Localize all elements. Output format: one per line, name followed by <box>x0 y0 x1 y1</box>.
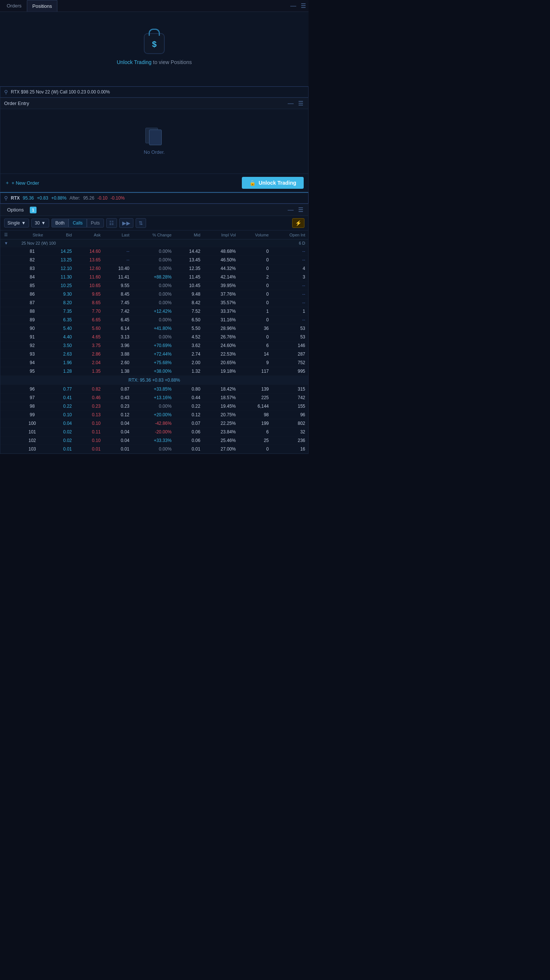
table-row[interactable]: 96 0.77 0.82 0.87 +33.85% 0.80 18.42% 13… <box>0 385 308 394</box>
sort-icon-btn[interactable]: ⇅ <box>136 218 146 228</box>
ask-cell[interactable]: 0.46 <box>75 394 104 402</box>
ask-cell[interactable]: 5.60 <box>75 324 104 333</box>
ask-cell[interactable]: 0.23 <box>75 402 104 411</box>
toggle-both[interactable]: Both <box>51 219 69 228</box>
ask-cell[interactable]: 3.75 <box>75 341 104 350</box>
ask-cell[interactable]: 7.70 <box>75 307 104 316</box>
table-row[interactable]: 98 0.22 0.23 0.23 0.00% 0.22 19.45% 6,14… <box>0 402 308 411</box>
bid-cell[interactable]: 1.96 <box>46 359 75 367</box>
ask-cell[interactable]: 0.01 <box>75 445 104 453</box>
ask-cell[interactable]: 12.60 <box>75 264 104 273</box>
bid-cell[interactable]: 1.28 <box>46 367 75 376</box>
new-order-button[interactable]: ＋ + New Order <box>5 180 39 186</box>
options-minimize[interactable]: — <box>287 207 295 213</box>
table-row[interactable]: 103 0.01 0.01 0.01 0.00% 0.01 27.00% 0 1… <box>0 445 308 453</box>
table-row[interactable]: 83 12.10 12.60 10.40 0.00% 12.35 44.32% … <box>0 264 308 273</box>
order-entry-menu[interactable]: ☰ <box>297 100 304 107</box>
table-row[interactable]: 88 7.35 7.70 7.42 +12.42% 7.52 33.37% 1 … <box>0 307 308 316</box>
order-entry-minimize[interactable]: — <box>287 100 295 107</box>
table-row[interactable]: 101 0.02 0.11 0.04 -20.00% 0.06 23.84% 6… <box>0 428 308 436</box>
bid-cell[interactable]: 0.22 <box>46 402 75 411</box>
ask-cell[interactable]: 0.11 <box>75 428 104 436</box>
table-row[interactable]: 87 8.20 8.65 7.45 0.00% 8.42 35.57% 0 -- <box>0 299 308 307</box>
ask-cell[interactable]: 0.10 <box>75 419 104 428</box>
table-row[interactable]: 102 0.02 0.10 0.04 +33.33% 0.06 25.46% 2… <box>0 436 308 445</box>
table-row[interactable]: 95 1.28 1.35 1.38 +38.00% 1.32 19.18% 11… <box>0 367 308 376</box>
pct-change-cell: 0.00% <box>132 402 174 411</box>
table-row[interactable]: 99 0.10 0.13 0.12 +20.00% 0.12 20.75% 98… <box>0 411 308 419</box>
ask-cell[interactable]: 2.86 <box>75 350 104 359</box>
table-row[interactable]: 94 1.96 2.04 2.60 +75.68% 2.00 20.65% 9 … <box>0 359 308 367</box>
bid-cell[interactable]: 14.25 <box>46 247 75 256</box>
volume-cell: 225 <box>239 394 272 402</box>
last-cell: 0.04 <box>104 419 132 428</box>
minimize-button[interactable]: — <box>289 3 297 9</box>
ask-cell[interactable]: 13.65 <box>75 256 104 264</box>
volume-cell: 0 <box>239 264 272 273</box>
ask-cell[interactable]: 9.65 <box>75 290 104 299</box>
unlock-trading-button[interactable]: 🔒 Unlock Trading <box>242 177 304 189</box>
table-row[interactable]: 91 4.40 4.65 3.13 0.00% 4.52 26.76% 0 53 <box>0 333 308 341</box>
ask-cell[interactable]: 6.65 <box>75 316 104 324</box>
single-dropdown[interactable]: Single ▼ <box>4 219 29 228</box>
table-row[interactable]: 90 5.40 5.60 6.14 +41.80% 5.50 28.96% 36… <box>0 324 308 333</box>
menu-button[interactable]: ☰ <box>300 2 307 9</box>
bid-cell[interactable]: 3.50 <box>46 341 75 350</box>
ask-cell[interactable]: 10.65 <box>75 282 104 290</box>
impl-vol-cell: 37.76% <box>204 290 239 299</box>
table-row[interactable]: 100 0.04 0.10 0.04 -42.86% 0.07 22.25% 1… <box>0 419 308 428</box>
table-row[interactable]: 85 10.25 10.65 9.55 0.00% 10.45 39.95% 0… <box>0 282 308 290</box>
table-row[interactable]: 86 9.30 9.65 8.45 0.00% 9.48 37.76% 0 -- <box>0 290 308 299</box>
bid-cell[interactable]: 10.25 <box>46 282 75 290</box>
filter-icon-btn[interactable]: ☷ <box>106 218 117 228</box>
bid-cell[interactable]: 0.02 <box>46 436 75 445</box>
bid-cell[interactable]: 0.41 <box>46 394 75 402</box>
ask-cell[interactable]: 4.65 <box>75 333 104 341</box>
toggle-puts[interactable]: Puts <box>87 219 104 228</box>
bid-cell[interactable]: 2.63 <box>46 350 75 359</box>
tab-positions[interactable]: Positions <box>27 0 58 11</box>
table-row[interactable]: RTX: 95.36 +0.83 +0.88% <box>0 376 308 385</box>
bid-cell[interactable]: 0.10 <box>46 411 75 419</box>
bid-cell[interactable]: 5.40 <box>46 324 75 333</box>
bid-cell[interactable]: 0.77 <box>46 385 75 394</box>
bid-cell[interactable]: 7.35 <box>46 307 75 316</box>
table-row[interactable]: 89 6.35 6.65 6.45 0.00% 6.50 31.16% 0 -- <box>0 316 308 324</box>
search-value-1[interactable]: RTX $98 25 Nov 22 (W) Call 100 0.23 0.00… <box>11 89 110 95</box>
ask-cell[interactable]: 2.04 <box>75 359 104 367</box>
bid-cell[interactable]: 12.10 <box>46 264 75 273</box>
unlock-trading-link[interactable]: Unlock Trading <box>116 59 151 65</box>
lightning-btn[interactable]: ⚡ <box>292 218 304 228</box>
table-row[interactable]: 84 11.30 11.60 11.41 +88.28% 11.45 42.14… <box>0 273 308 282</box>
bid-cell[interactable]: 6.35 <box>46 316 75 324</box>
bid-cell[interactable]: 13.25 <box>46 256 75 264</box>
ask-cell[interactable]: 1.35 <box>75 367 104 376</box>
ask-cell[interactable]: 14.60 <box>75 247 104 256</box>
table-row[interactable]: 82 13.25 13.65 -- 0.00% 13.45 46.50% 0 -… <box>0 256 308 264</box>
strike-cell: 96 <box>18 385 46 394</box>
bid-cell[interactable]: 0.02 <box>46 428 75 436</box>
impl-vol-cell: 28.96% <box>204 324 239 333</box>
ask-cell[interactable]: 8.65 <box>75 299 104 307</box>
bid-cell[interactable]: 0.01 <box>46 445 75 453</box>
table-row[interactable]: 97 0.41 0.46 0.43 +13.16% 0.44 18.57% 22… <box>0 394 308 402</box>
ask-cell[interactable]: 0.13 <box>75 411 104 419</box>
ask-cell[interactable]: 0.82 <box>75 385 104 394</box>
ask-cell[interactable]: 11.60 <box>75 273 104 282</box>
toggle-calls[interactable]: Calls <box>69 219 87 228</box>
expiry-dropdown[interactable]: 30 ▼ <box>31 219 49 228</box>
table-row[interactable]: 92 3.50 3.75 3.96 +70.69% 3.62 24.60% 6 … <box>0 341 308 350</box>
bid-cell[interactable]: 11.30 <box>46 273 75 282</box>
tab-orders[interactable]: Orders <box>2 0 27 11</box>
ask-cell[interactable]: 0.10 <box>75 436 104 445</box>
bid-cell[interactable]: 4.40 <box>46 333 75 341</box>
rtx-symbol[interactable]: RTX <box>11 196 20 201</box>
options-menu[interactable]: ☰ <box>297 206 304 213</box>
table-row[interactable]: 81 14.25 14.60 -- 0.00% 14.42 48.68% 0 -… <box>0 247 308 256</box>
bid-cell[interactable]: 0.04 <box>46 419 75 428</box>
nav-icon-btn[interactable]: ▶▶ <box>119 218 133 228</box>
bid-cell[interactable]: 9.30 <box>46 290 75 299</box>
bid-cell[interactable]: 8.20 <box>46 299 75 307</box>
table-row[interactable]: 93 2.63 2.86 3.88 +72.44% 2.74 22.53% 14… <box>0 350 308 359</box>
no-order-icon <box>145 128 163 146</box>
